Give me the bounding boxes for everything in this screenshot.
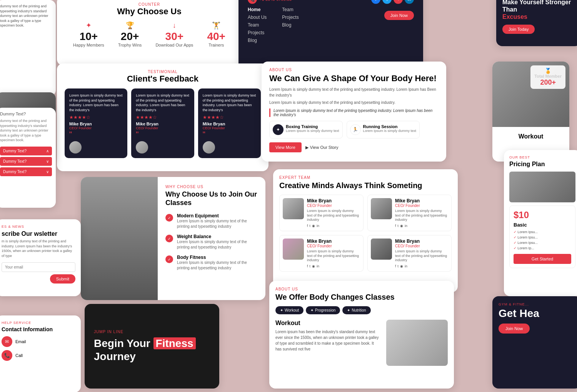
accordion-item-1[interactable]: Dummy Text? ∧ xyxy=(0,147,52,155)
team-socials-3: f t ◉ in xyxy=(307,264,360,268)
pricing-cta-btn[interactable]: Get Started xyxy=(514,254,571,264)
feedback-cards-list: Lorem Ipsum is simply dummy text of the … xyxy=(65,88,261,158)
tw-icon-4[interactable]: t xyxy=(398,264,399,268)
view-story-link[interactable]: ▶ View Our Story xyxy=(305,145,339,150)
li-icon-4[interactable]: in xyxy=(405,264,407,268)
feedback-item-1: Lorem Ipsum is simply dummy text of the … xyxy=(65,88,127,158)
stat-num-trainers: 40+ xyxy=(207,30,225,43)
li-icon-2[interactable]: in xyxy=(405,224,407,228)
accordion-item-2[interactable]: Dummy Text? ∨ xyxy=(0,157,52,166)
testimonial-label: TESTIMONIAL xyxy=(65,70,261,74)
team-role-2: CEO/ Founder xyxy=(395,204,448,208)
journey-sublabel: JUMP IN LINE xyxy=(94,330,210,334)
instagram-icon[interactable]: ✦ xyxy=(394,0,403,4)
contact-title: Contact Information xyxy=(2,326,75,332)
check-icon-1: ✓ xyxy=(165,214,173,222)
team-photo-2 xyxy=(371,198,392,219)
feedback-text-3: Lorem Ipsum is simply dummy text of the … xyxy=(203,93,256,112)
tab-nutrition[interactable]: ✦ Nutrition xyxy=(342,306,370,314)
tw-icon-2[interactable]: t xyxy=(398,224,399,228)
ig-icon-4[interactable]: ◉ xyxy=(400,264,403,268)
workout-desc: Lorem ipsum has been the industry's stan… xyxy=(275,329,380,352)
fb-icon-1[interactable]: f xyxy=(307,224,308,228)
quote-icon-2: " xyxy=(136,130,189,139)
tw-icon-1[interactable]: t xyxy=(310,224,311,228)
fb-icon-4[interactable]: f xyxy=(395,264,396,268)
stat-num-members: 10+ xyxy=(73,30,104,43)
tab-workout[interactable]: ✦ Workout xyxy=(275,306,304,314)
tw-icon-3[interactable]: t xyxy=(310,264,311,268)
tab-progression[interactable]: ✦ Progression xyxy=(306,306,340,314)
view-more-btn[interactable]: View More xyxy=(269,142,302,152)
quote-icon-3: " xyxy=(203,130,256,139)
team-title: Creative Minds Always Think Someting xyxy=(279,181,452,190)
team-desc-4: Lorem Ipsum is simply dummy text of the … xyxy=(395,249,448,263)
nav-projects[interactable]: Projects xyxy=(248,30,267,35)
get-healthy-card: Gym & Fitne... Get Hea Join Now xyxy=(492,296,577,389)
nav-home[interactable]: Home xyxy=(248,7,267,12)
price-amount: $10 xyxy=(514,210,571,220)
about-card: ABOUT US We Can Give A Shape Of Your Bod… xyxy=(262,62,446,162)
li-icon-1[interactable]: in xyxy=(317,224,319,228)
nav-projects2[interactable]: Projects xyxy=(282,15,299,20)
li-icon-3[interactable]: in xyxy=(317,264,319,268)
nav-team2[interactable]: Team xyxy=(282,7,299,12)
accordion-chevron-1: ∧ xyxy=(46,149,49,153)
partial-text: dummy text of the printing and typesetti… xyxy=(0,4,52,28)
faq-title: Dummy Text? xyxy=(0,112,52,116)
faq-description: dummy text of the printing and typesetti… xyxy=(0,118,52,143)
join-today-btn[interactable]: Join Today xyxy=(502,25,535,34)
testimonial-title: Client's Feedback xyxy=(65,74,261,84)
team-member-1: Mike Bryan CEO/ Founder Lorem Ipsum is s… xyxy=(279,195,364,231)
fb-icon-3[interactable]: f xyxy=(307,264,308,268)
price-feature-2: Lorem Ipsu... xyxy=(514,235,571,240)
stat-label-apps: Download Our Apps xyxy=(155,43,193,47)
team-desc-1: Lorem Ipsum is simply dummy text of the … xyxy=(307,209,360,222)
facebook-icon[interactable]: f xyxy=(371,0,380,4)
twitter-icon[interactable]: t xyxy=(382,0,392,4)
accordion-label-1: Dummy Text? xyxy=(3,149,27,153)
service-boxing-desc: Lorem Ipsum is simply dummy text xyxy=(286,129,339,133)
about-content: Lorem Ipsum is simply dummy text of the … xyxy=(269,87,439,152)
partial-left-card: dummy text of the printing and typesetti… xyxy=(0,0,56,96)
contact-call-label: Call xyxy=(15,353,23,358)
team-name-3: Mike Bryan xyxy=(307,239,360,244)
accordion-label-2: Dummy Text? xyxy=(3,159,27,163)
newsletter-submit-btn[interactable]: Submit xyxy=(50,274,75,284)
nav-about[interactable]: About Us xyxy=(248,15,267,20)
team-name-4: Mike Bryan xyxy=(395,239,448,244)
newsletter-email-input[interactable] xyxy=(2,262,75,272)
members-icon: ✦ xyxy=(73,21,104,30)
accordion-chevron-3: ∨ xyxy=(46,170,49,174)
ig-icon-3[interactable]: ◉ xyxy=(312,264,315,268)
join-now-btn-nav[interactable]: Join Now xyxy=(384,11,414,20)
gym-label: Gym & Fitne... xyxy=(499,302,575,306)
stat-happy-members: ✦ 10+ Happy Members xyxy=(73,21,104,47)
faq-card: Dummy Text? dummy text of the printing a… xyxy=(0,108,56,208)
newsletter-title: scribe Our wsletter xyxy=(2,230,75,237)
nav-blog2[interactable]: Blog xyxy=(282,22,299,28)
ig-icon-2[interactable]: ◉ xyxy=(400,224,403,228)
avatar-3 xyxy=(203,141,215,153)
join-now-btn-healthy[interactable]: Join Now xyxy=(499,324,530,334)
avatar-1 xyxy=(69,141,82,153)
feature-name-3: Body Fitness xyxy=(177,255,258,260)
body-changes-card: ABOUT US We Offer Body Changes Classes ✦… xyxy=(269,281,454,389)
member-badge-count: 200+ xyxy=(534,78,562,87)
nav-team[interactable]: Team xyxy=(248,22,267,28)
member-badge: 🏅 Total Member 200+ xyxy=(530,65,565,89)
feature-desc-2: Lorem Ipsum is simply dummy text of the … xyxy=(177,239,258,250)
stats-row: ✦ 10+ Happy Members 🏆 20+ Trophy Wins ↓ … xyxy=(66,21,232,47)
contact-email-label: Email xyxy=(15,339,26,344)
avatar-2 xyxy=(136,141,148,153)
accordion-item-3[interactable]: Dummy Text? ∨ xyxy=(0,167,52,176)
team-name-1: Mike Bryan xyxy=(307,198,360,204)
pricing-basic-card: $10 Basic Lorem Ipsu... Lorem Ipsu... Lo… xyxy=(509,205,575,268)
total-member-card: 🏅 Total Member 200+ Workout xyxy=(492,62,569,162)
linkedin-icon[interactable]: in xyxy=(405,0,414,4)
body-changes-title: We Offer Body Changes Classes xyxy=(275,293,448,302)
body-changes-label: ABOUT US xyxy=(275,287,448,291)
nav-blog[interactable]: Blog xyxy=(248,38,267,43)
ig-icon-1[interactable]: ◉ xyxy=(312,224,315,228)
fb-icon-2[interactable]: f xyxy=(395,224,396,228)
